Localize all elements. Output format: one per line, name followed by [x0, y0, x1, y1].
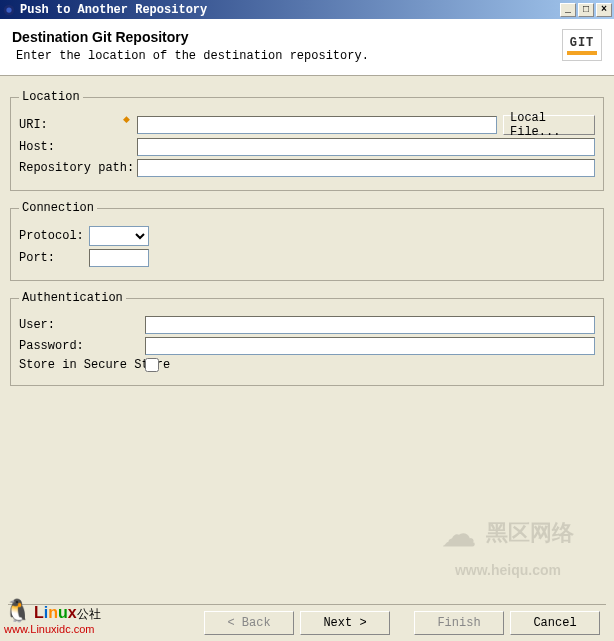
protocol-label: Protocol:	[19, 229, 89, 243]
close-button[interactable]: ×	[596, 3, 612, 17]
field-decoration-icon: ◆	[123, 114, 130, 124]
back-button[interactable]: < Back	[204, 611, 294, 635]
uri-input[interactable]	[137, 116, 497, 134]
location-legend: Location	[19, 90, 83, 104]
finish-button[interactable]: Finish	[414, 611, 504, 635]
protocol-select[interactable]	[89, 226, 149, 246]
watermark-linuxidc: 🐧 Linux公社 www.Linuxidc.com	[4, 599, 101, 635]
wizard-content: Location URI: ◆ Local File... Host: Repo…	[0, 76, 614, 386]
password-label: Password:	[19, 339, 145, 353]
user-label: User:	[19, 318, 145, 332]
host-label: Host:	[19, 140, 137, 154]
location-group: Location URI: ◆ Local File... Host: Repo…	[10, 90, 604, 191]
repository-path-input[interactable]	[137, 159, 595, 177]
page-title: Destination Git Repository	[12, 29, 562, 45]
next-button[interactable]: Next >	[300, 611, 390, 635]
port-label: Port:	[19, 251, 89, 265]
git-logo-icon: GIT	[562, 29, 602, 61]
app-icon	[2, 3, 16, 17]
connection-legend: Connection	[19, 201, 97, 215]
maximize-button[interactable]: □	[578, 3, 594, 17]
authentication-legend: Authentication	[19, 291, 126, 305]
wizard-header: Destination Git Repository Enter the loc…	[0, 19, 614, 76]
local-file-button[interactable]: Local File...	[503, 115, 595, 135]
host-input[interactable]	[137, 138, 595, 156]
user-input[interactable]	[145, 316, 595, 334]
cancel-button[interactable]: Cancel	[510, 611, 600, 635]
mushroom-icon: ☁	[442, 514, 476, 555]
window-titlebar: Push to Another Repository _ □ ×	[0, 0, 614, 19]
window-title: Push to Another Repository	[20, 3, 560, 17]
svg-point-1	[6, 7, 11, 12]
connection-group: Connection Protocol: Port:	[10, 201, 604, 281]
minimize-button[interactable]: _	[560, 3, 576, 17]
store-secure-label: Store in Secure Store	[19, 358, 145, 372]
page-subtitle: Enter the location of the destination re…	[12, 49, 562, 63]
uri-label: URI:	[19, 118, 137, 132]
authentication-group: Authentication User: Password: Store in …	[10, 291, 604, 386]
port-input[interactable]	[89, 249, 149, 267]
watermark-heiqu: ☁ 黑区网络 www.heiqu.com	[442, 514, 574, 581]
store-secure-checkbox[interactable]	[145, 358, 159, 372]
password-input[interactable]	[145, 337, 595, 355]
repository-path-label: Repository path:	[19, 161, 137, 175]
penguin-icon: 🐧	[4, 598, 31, 623]
